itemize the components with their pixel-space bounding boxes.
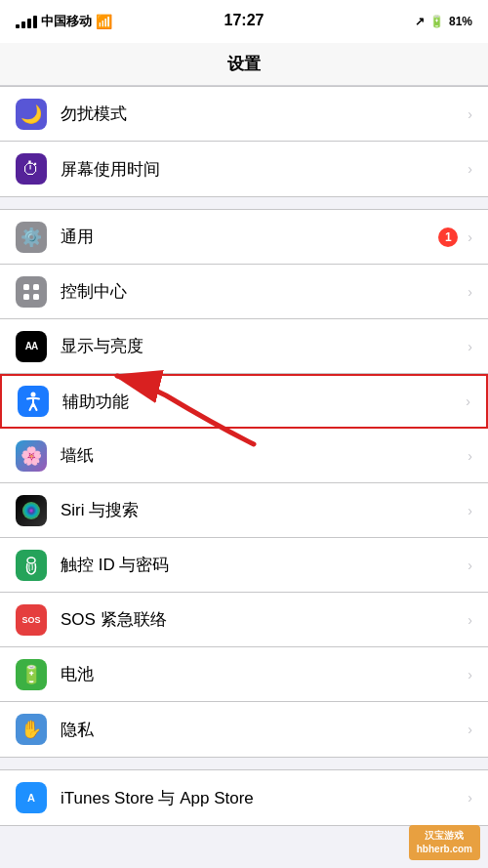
svg-rect-3 [33, 294, 39, 300]
battery-icon: 🔋 [16, 659, 47, 690]
signal-bar-3 [27, 19, 31, 28]
svg-point-4 [31, 393, 36, 397]
chevron-icon: › [468, 161, 472, 177]
controlcenter-label: 控制中心 [61, 280, 464, 303]
row-privacy[interactable]: ✋ 隐私 › [0, 702, 488, 757]
chevron-icon: › [468, 448, 472, 464]
battery-icon: 🔋 [429, 15, 444, 28]
screentime-icon: ⏱ [16, 153, 47, 185]
row-general[interactable]: ⚙️ 通用 1 › [0, 210, 488, 265]
section-itunes: A iTunes Store 与 App Store › [0, 769, 488, 826]
settings-group-1: 🌙 勿扰模式 › ⏱ 屏幕使用时间 › [0, 86, 488, 197]
row-controlcenter[interactable]: 控制中心 › [0, 265, 488, 319]
svg-text:A: A [27, 792, 35, 804]
donotdisturb-icon: 🌙 [16, 99, 47, 130]
watermark: 汉宝游戏hbherb.com [409, 825, 480, 860]
accessibility-label: 辅助功能 [62, 391, 462, 413]
general-label: 通用 [61, 226, 438, 248]
row-touchid[interactable]: 触控 ID 与密码 › [0, 538, 488, 593]
chevron-icon: › [468, 503, 472, 518]
chevron-icon: › [468, 339, 472, 354]
status-left: 中国移动 📶 [16, 13, 112, 30]
wallpaper-label: 墙纸 [61, 444, 464, 467]
privacy-label: 隐私 [61, 719, 464, 741]
signal-bar-4 [33, 16, 37, 28]
section-donotdisturb: 🌙 勿扰模式 › ⏱ 屏幕使用时间 › [0, 86, 488, 197]
privacy-icon: ✋ [16, 714, 47, 745]
row-siri[interactable]: Siri 与搜索 › [0, 483, 488, 538]
chevron-icon: › [468, 558, 472, 573]
touchid-icon [16, 550, 47, 581]
svg-point-5 [22, 502, 40, 519]
section-general: ⚙️ 通用 1 › 控制中心 › AA 显示 [0, 209, 488, 758]
status-bar: 中国移动 📶 17:27 ↗ 🔋 81% [0, 0, 488, 43]
general-icon: ⚙️ [16, 222, 47, 253]
row-sos[interactable]: SOS SOS 紧急联络 › [0, 593, 488, 647]
sos-label: SOS 紧急联络 [61, 608, 464, 631]
nav-title: 设置 [227, 53, 261, 75]
battery-percent: 81% [449, 15, 472, 28]
status-time: 17:27 [224, 12, 264, 29]
displaybrightness-label: 显示与亮度 [61, 335, 464, 357]
settings-group-3: A iTunes Store 与 App Store › [0, 769, 488, 826]
settings-content: 🌙 勿扰模式 › ⏱ 屏幕使用时间 › ⚙️ 通用 1 › [0, 86, 488, 868]
sos-icon: SOS [16, 604, 47, 636]
chevron-icon: › [468, 229, 472, 245]
itunes-appstore-label: iTunes Store 与 App Store [61, 787, 464, 809]
chevron-icon: › [468, 612, 472, 628]
row-itunes-appstore[interactable]: A iTunes Store 与 App Store › [0, 770, 488, 825]
display-icon: AA [16, 331, 47, 362]
itunes-icon: A [16, 782, 47, 813]
chevron-icon: › [468, 667, 472, 682]
carrier-label: 中国移动 [41, 13, 92, 30]
touchid-label: 触控 ID 与密码 [61, 554, 464, 576]
chevron-icon: › [468, 284, 472, 300]
general-badge: 1 [438, 227, 458, 247]
chevron-icon: › [468, 106, 472, 122]
row-donotdisturb[interactable]: 🌙 勿扰模式 › [0, 87, 488, 142]
row-accessibility[interactable]: 辅助功能 › [0, 374, 488, 429]
svg-rect-2 [23, 294, 29, 300]
wallpaper-icon: 🌸 [16, 440, 47, 472]
donotdisturb-label: 勿扰模式 [61, 103, 464, 125]
chevron-icon: › [466, 393, 470, 409]
siri-label: Siri 与搜索 [61, 499, 464, 521]
siri-icon [16, 495, 47, 526]
signal-bars [16, 16, 37, 28]
nav-bar: 设置 [0, 43, 488, 86]
settings-group-2: ⚙️ 通用 1 › 控制中心 › AA 显示 [0, 209, 488, 758]
accessibility-icon [18, 386, 49, 417]
location-icon: ↗ [415, 15, 425, 28]
row-displaybrightness[interactable]: AA 显示与亮度 › [0, 319, 488, 374]
controlcenter-icon [16, 276, 47, 308]
screentime-label: 屏幕使用时间 [61, 158, 464, 181]
chevron-icon: › [468, 722, 472, 737]
row-battery[interactable]: 🔋 电池 › [0, 647, 488, 702]
signal-bar-1 [16, 24, 20, 28]
svg-rect-1 [33, 284, 39, 290]
battery-label: 电池 [61, 663, 464, 685]
svg-rect-0 [23, 284, 29, 290]
svg-point-6 [27, 558, 35, 563]
wifi-icon: 📶 [96, 14, 112, 29]
row-wallpaper[interactable]: 🌸 墙纸 › [0, 429, 488, 483]
row-screentime[interactable]: ⏱ 屏幕使用时间 › [0, 142, 488, 196]
chevron-icon: › [468, 790, 472, 806]
signal-bar-2 [21, 21, 25, 28]
status-right: ↗ 🔋 81% [415, 15, 472, 28]
